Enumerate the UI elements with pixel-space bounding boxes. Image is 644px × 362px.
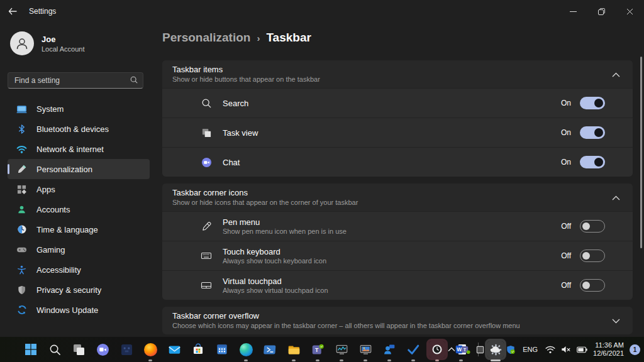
toggle-state-label: Off (561, 222, 571, 231)
section-subtitle: Show or hide buttons that appear on the … (172, 75, 612, 83)
sidebar-nav: System Bluetooth & devices Network & int… (0, 99, 157, 320)
windows-update-icon (16, 305, 27, 315)
sidebar-item-apps[interactable]: Apps (8, 179, 150, 199)
minimize-button[interactable] (559, 0, 587, 23)
wifi-icon[interactable] (545, 346, 555, 354)
task-manager-button[interactable] (333, 341, 350, 358)
touch-keyboard-icon (200, 250, 213, 261)
restore-button[interactable] (587, 0, 616, 23)
sidebar-item-label: Personalization (36, 165, 92, 174)
sidebar-item-personalization[interactable]: Personalization (8, 159, 150, 179)
display-app-button[interactable] (357, 341, 374, 358)
time-language-icon (16, 224, 27, 235)
virtual-touchpad-toggle[interactable] (580, 279, 605, 292)
battery-icon[interactable] (577, 346, 587, 353)
edge-button[interactable] (238, 341, 254, 358)
chat-button[interactable] (94, 341, 111, 358)
onedrive-cloud-icon[interactable] (490, 346, 501, 353)
sidebar-item-windows-update[interactable]: Windows Update (8, 300, 150, 320)
sidebar-item-accounts[interactable]: Accounts (8, 199, 150, 219)
window-title: Settings (29, 7, 56, 16)
taskbar-clock[interactable]: 11:36 AM 12/6/2021 (593, 341, 624, 358)
teams-mini-icon[interactable]: T (461, 345, 470, 354)
avatar (10, 31, 34, 55)
pen-icon (200, 221, 213, 232)
sidebar-item-label: Gaming (36, 245, 65, 255)
calendar-button[interactable] (214, 341, 230, 358)
sidebar-item-bluetooth-devices[interactable]: Bluetooth & devices (8, 119, 150, 139)
breadcrumb-separator-icon: › (257, 33, 260, 43)
user-profile[interactable]: Joe Local Account (10, 31, 157, 55)
store-button[interactable] (190, 341, 206, 358)
task-view-toggle[interactable] (580, 126, 605, 139)
section-taskbar-corner-icons: Taskbar corner icons Show or hide icons … (162, 184, 633, 300)
close-button[interactable] (616, 0, 644, 23)
taskbar-corner-overflow-header[interactable]: Taskbar corner overflow Choose which ico… (162, 307, 633, 334)
window-controls (559, 0, 644, 23)
search-input[interactable] (8, 72, 143, 89)
sidebar-item-privacy-security[interactable]: Privacy & security (8, 280, 150, 300)
apps-icon (16, 184, 27, 195)
chevron-up-icon[interactable] (612, 69, 620, 80)
file-explorer-button[interactable] (286, 341, 302, 358)
chevron-down-icon[interactable] (612, 315, 620, 326)
search-toggle[interactable] (580, 97, 605, 109)
sidebar-item-gaming[interactable]: Gaming (8, 239, 150, 260)
setting-label: Virtual touchpad (223, 277, 561, 286)
titlebar: Settings (0, 0, 644, 23)
setting-label: Search (223, 99, 561, 108)
quick-assist-button[interactable] (381, 341, 397, 358)
clock-app-button[interactable] (429, 341, 445, 358)
volume-muted-icon[interactable] (561, 345, 571, 354)
network-icon (16, 144, 27, 155)
tray-time: 11:36 AM (593, 341, 624, 349)
pinned-app-icon[interactable] (118, 341, 135, 358)
chevron-up-icon[interactable] (612, 192, 620, 203)
security-shield-icon[interactable] (506, 345, 515, 354)
notification-badge[interactable]: 1 (630, 344, 640, 355)
accessibility-icon (16, 265, 27, 275)
back-arrow-icon (8, 8, 17, 15)
breadcrumb-parent[interactable]: Personalization (162, 31, 250, 45)
todo-check-button[interactable] (405, 341, 421, 358)
toggle-state-label: Off (561, 251, 571, 260)
sidebar-item-accessibility[interactable]: Accessibility (8, 260, 150, 280)
taskbar-items-header[interactable]: Taskbar items Show or hide buttons that … (162, 60, 633, 88)
setting-label: Task view (223, 128, 561, 138)
taskbar-search-button[interactable] (47, 341, 63, 358)
sidebar-item-system[interactable]: System (8, 99, 150, 119)
setting-row-task-view: Task view On (162, 118, 633, 147)
user-name: Joe (42, 35, 85, 44)
toggle-state-label: On (561, 158, 571, 167)
toggle-state-label: On (561, 99, 571, 107)
taskbar-corner-icons-header[interactable]: Taskbar corner icons Show or hide icons … (162, 184, 633, 211)
teams-button[interactable]: T (309, 341, 326, 358)
scrollbar[interactable] (640, 57, 642, 248)
firefox-button[interactable] (142, 341, 158, 358)
start-button[interactable] (23, 341, 39, 358)
back-button[interactable] (0, 0, 25, 23)
pen-menu-toggle[interactable] (580, 220, 605, 233)
sidebar-item-network-internet[interactable]: Network & internet (8, 139, 150, 159)
sidebar-item-label: Time & language (36, 225, 98, 234)
chat-toggle[interactable] (580, 156, 605, 168)
task-view-button[interactable] (70, 341, 87, 358)
system-tray: T ENG 11:36 AM 12/6/2021 1 (448, 341, 640, 358)
section-title: Taskbar corner icons (172, 188, 612, 197)
setting-label: Pen menu (223, 217, 561, 227)
toggle-state-label: Off (561, 281, 571, 290)
task-view-icon (200, 128, 213, 138)
main-content: Personalization › Taskbar Taskbar items … (157, 23, 644, 337)
touch-keyboard-toggle[interactable] (580, 250, 605, 262)
tray-date: 12/6/2021 (593, 349, 624, 358)
language-indicator[interactable]: ENG (521, 346, 540, 353)
setting-row-pen-menu: Pen menu Show pen menu icon when pen is … (162, 211, 633, 241)
taskbar: T W T ENG 11:36 AM 12/6/2021 1 (0, 337, 644, 362)
toggle-state-label: On (561, 128, 571, 137)
powershell-button[interactable] (262, 341, 278, 358)
mail-button[interactable] (166, 341, 182, 358)
chevron-up-icon[interactable] (448, 347, 455, 352)
app-window-icon[interactable] (476, 346, 484, 354)
setting-row-search: Search On (162, 88, 633, 118)
sidebar-item-time-language[interactable]: Time & language (8, 219, 150, 239)
